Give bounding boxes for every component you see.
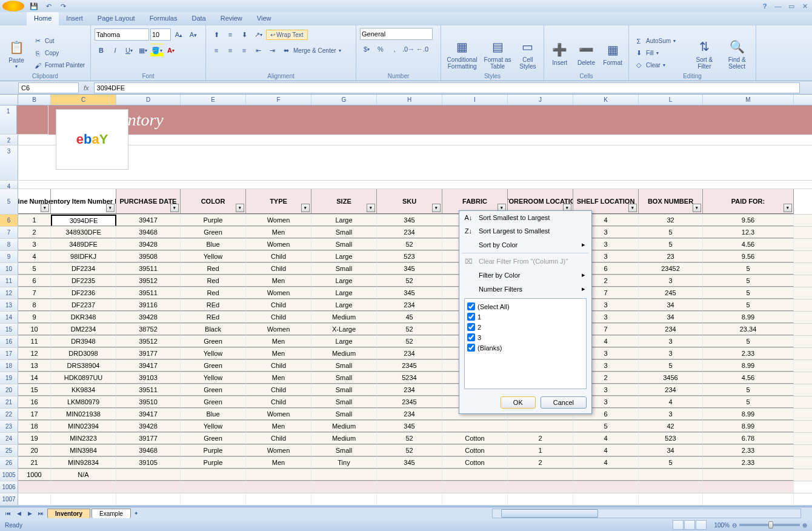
find-select-button[interactable]: 🔍Find & Select (722, 27, 752, 79)
column-header-L[interactable]: L (639, 95, 703, 105)
horizontal-scrollbar[interactable] (492, 509, 801, 518)
cell-F9[interactable]: Child (246, 251, 311, 262)
cell-E10[interactable]: Red (181, 263, 246, 275)
cell-F15[interactable]: Women (246, 324, 311, 335)
cell-D14[interactable]: 39428 (116, 312, 181, 323)
cell-E1005[interactable] (181, 469, 246, 481)
zoom-slider[interactable] (739, 524, 800, 526)
cell-F7[interactable]: Men (246, 227, 311, 238)
qat-undo-icon[interactable]: ↶ (42, 1, 55, 12)
column-header-I[interactable]: I (442, 95, 508, 105)
format-painter-button[interactable]: 🖌Format Painter (32, 60, 86, 71)
cell-E7[interactable]: Green (181, 227, 246, 238)
cell-E22[interactable]: Blue (181, 409, 246, 420)
cell-B16[interactable]: 11 (18, 336, 51, 347)
cell-L7[interactable]: 5 (639, 227, 703, 238)
cell-F12[interactable]: Women (246, 287, 311, 299)
cell-M13[interactable]: 5 (703, 299, 794, 311)
italic-button[interactable]: I (108, 44, 122, 57)
paste-button[interactable]: 📋Paste▾ (4, 27, 29, 79)
filter-cancel-button[interactable]: Cancel (541, 396, 587, 409)
tab-review[interactable]: Review (213, 12, 250, 25)
cell-L13[interactable]: 34 (639, 299, 703, 311)
cell-F24[interactable]: Child (246, 433, 311, 444)
cell-E24[interactable]: Green (181, 433, 246, 444)
next-sheet-icon[interactable]: ▶ (24, 509, 35, 518)
cell-G20[interactable]: Small (311, 384, 377, 396)
cell-C13[interactable]: DF2237 (51, 299, 116, 311)
row-header[interactable]: 23 (0, 421, 18, 432)
cell-H9[interactable]: 523 (377, 251, 442, 262)
row-header[interactable]: 26 (0, 457, 18, 469)
cell-M17[interactable]: 2.33 (703, 348, 794, 359)
font-color-button[interactable]: A▾ (164, 44, 178, 57)
cell-D1005[interactable] (116, 469, 181, 481)
sort-asc-item[interactable]: A↓Sort Smallest to Largest (459, 211, 591, 224)
font-name-select[interactable] (95, 28, 149, 41)
cell-J24[interactable]: 2 (508, 433, 573, 444)
row-header[interactable]: 20 (0, 384, 18, 396)
cell-B14[interactable]: 9 (18, 312, 51, 323)
cell-E9[interactable]: Yellow (181, 251, 246, 262)
cell-M9[interactable]: 9.56 (703, 251, 794, 262)
cell-L18[interactable]: 5 (639, 360, 703, 372)
fx-icon[interactable]: fx (84, 84, 89, 92)
office-button[interactable] (2, 1, 24, 12)
cell-G17[interactable]: Medium (311, 348, 377, 359)
row-header[interactable]: 24 (0, 433, 18, 444)
filter-button-B[interactable]: ▾ (41, 204, 49, 212)
cell-D19[interactable]: 39103 (116, 372, 181, 384)
cell-G16[interactable]: Large (311, 336, 377, 347)
cell-B12[interactable]: 7 (18, 287, 51, 299)
cell-F16[interactable]: Men (246, 336, 311, 347)
conditional-formatting-button[interactable]: ▦Conditional Formatting (445, 27, 479, 79)
cell-E8[interactable]: Blue (181, 239, 246, 250)
cell-B19[interactable]: 14 (18, 372, 51, 384)
qat-redo-icon[interactable]: ↷ (56, 1, 70, 12)
column-header-C[interactable]: C (51, 95, 116, 105)
cell-L1005[interactable] (639, 469, 703, 481)
cell-E25[interactable]: Purple (181, 445, 246, 456)
row-header[interactable]: 8 (0, 239, 18, 250)
last-sheet-icon[interactable]: ⏭ (35, 509, 46, 518)
cell-C1005[interactable]: N/A (51, 469, 116, 481)
close-icon[interactable]: ✕ (800, 1, 810, 11)
cell-L9[interactable]: 23 (639, 251, 703, 262)
row-header[interactable]: 1007 (0, 493, 18, 505)
cell-D22[interactable]: 39417 (116, 409, 181, 420)
formula-bar[interactable] (94, 82, 800, 93)
cell-E23[interactable]: Yellow (181, 421, 246, 432)
cell-L17[interactable]: 3 (639, 348, 703, 359)
cell-B11[interactable]: 6 (18, 275, 51, 287)
align-bottom-icon[interactable]: ⬇ (238, 28, 251, 41)
row-header[interactable]: 6 (0, 215, 18, 226)
select-all-corner[interactable] (0, 95, 18, 105)
zoom-level[interactable]: 100% (714, 522, 730, 529)
cell-H18[interactable]: 2345 (377, 360, 442, 372)
cell-J1005[interactable] (508, 469, 573, 481)
increase-indent-icon[interactable]: ⇥ (265, 44, 279, 57)
cell-C24[interactable]: MIN2323 (51, 433, 116, 444)
cell-C16[interactable]: DR3948 (51, 336, 116, 347)
cell-L15[interactable]: 234 (639, 324, 703, 335)
column-header-B[interactable]: B (18, 95, 51, 105)
clear-button[interactable]: ◇Clear▾ (633, 60, 687, 71)
cell-F1005[interactable] (246, 469, 311, 481)
cell-F19[interactable]: Men (246, 372, 311, 384)
cell-D8[interactable]: 39428 (116, 239, 181, 250)
cell-I26[interactable]: Cotton (442, 457, 508, 469)
cell-M11[interactable]: 5 (703, 275, 794, 287)
cell-H20[interactable]: 234 (377, 384, 442, 396)
cell-F17[interactable]: Men (246, 348, 311, 359)
zoom-in-icon[interactable]: ⊕ (802, 522, 807, 529)
cell-L14[interactable]: 34 (639, 312, 703, 323)
filter-check-item[interactable]: 1 (467, 312, 584, 322)
cell-D13[interactable]: 39116 (116, 299, 181, 311)
cell-B17[interactable]: 12 (18, 348, 51, 359)
bold-button[interactable]: B (95, 44, 108, 57)
page-break-view-icon[interactable] (696, 520, 707, 530)
cell-M16[interactable]: 5 (703, 336, 794, 347)
cell-G9[interactable]: Large (311, 251, 377, 262)
cell-M7[interactable]: 12.3 (703, 227, 794, 238)
cell-M22[interactable]: 8.99 (703, 409, 794, 420)
